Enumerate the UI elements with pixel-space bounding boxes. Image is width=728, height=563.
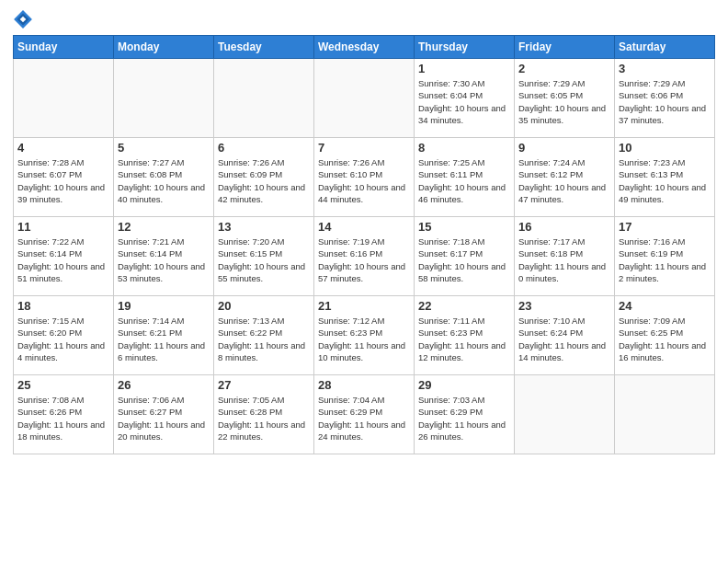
calendar-cell: 11Sunrise: 7:22 AM Sunset: 6:14 PM Dayli… — [14, 217, 114, 296]
calendar-cell: 14Sunrise: 7:19 AM Sunset: 6:16 PM Dayli… — [314, 217, 415, 296]
day-number: 19 — [118, 299, 210, 313]
calendar-header: SundayMondayTuesdayWednesdayThursdayFrid… — [14, 36, 715, 59]
header — [13, 9, 715, 29]
calendar-cell: 27Sunrise: 7:05 AM Sunset: 6:28 PM Dayli… — [214, 375, 314, 454]
day-number: 3 — [619, 62, 711, 75]
day-number: 18 — [17, 299, 109, 313]
calendar-cell: 1Sunrise: 7:30 AM Sunset: 6:04 PM Daylig… — [415, 59, 515, 138]
calendar-week: 1Sunrise: 7:30 AM Sunset: 6:04 PM Daylig… — [14, 59, 715, 138]
day-number: 15 — [418, 220, 510, 234]
day-number: 23 — [518, 299, 610, 313]
calendar-week: 11Sunrise: 7:22 AM Sunset: 6:14 PM Dayli… — [14, 217, 715, 296]
day-number: 22 — [418, 299, 510, 313]
day-number: 6 — [218, 141, 310, 155]
day-number: 9 — [518, 141, 610, 155]
day-number: 16 — [518, 220, 610, 234]
calendar-cell: 22Sunrise: 7:11 AM Sunset: 6:23 PM Dayli… — [415, 296, 515, 375]
calendar-cell: 18Sunrise: 7:15 AM Sunset: 6:20 PM Dayli… — [14, 296, 114, 375]
day-number: 7 — [318, 141, 410, 155]
calendar-cell — [515, 375, 615, 454]
day-info: Sunrise: 7:14 AM Sunset: 6:21 PM Dayligh… — [118, 315, 210, 363]
header-day: Tuesday — [214, 36, 314, 59]
day-info: Sunrise: 7:06 AM Sunset: 6:27 PM Dayligh… — [118, 394, 210, 442]
calendar-cell: 9Sunrise: 7:24 AM Sunset: 6:12 PM Daylig… — [515, 138, 615, 217]
calendar-cell — [114, 59, 214, 138]
header-day: Sunday — [14, 36, 114, 59]
day-info: Sunrise: 7:20 AM Sunset: 6:15 PM Dayligh… — [218, 236, 310, 284]
day-info: Sunrise: 7:08 AM Sunset: 6:26 PM Dayligh… — [17, 394, 109, 442]
header-day: Friday — [515, 36, 615, 59]
page-container: SundayMondayTuesdayWednesdayThursdayFrid… — [0, 0, 728, 563]
day-info: Sunrise: 7:05 AM Sunset: 6:28 PM Dayligh… — [218, 394, 310, 442]
header-day: Wednesday — [314, 36, 415, 59]
day-info: Sunrise: 7:25 AM Sunset: 6:11 PM Dayligh… — [418, 156, 510, 205]
header-row: SundayMondayTuesdayWednesdayThursdayFrid… — [14, 36, 715, 59]
day-info: Sunrise: 7:19 AM Sunset: 6:16 PM Dayligh… — [318, 236, 410, 284]
day-number: 29 — [418, 378, 510, 392]
calendar-cell: 24Sunrise: 7:09 AM Sunset: 6:25 PM Dayli… — [615, 296, 715, 375]
calendar-cell: 8Sunrise: 7:25 AM Sunset: 6:11 PM Daylig… — [415, 138, 515, 217]
day-number: 24 — [619, 299, 711, 313]
calendar-cell — [14, 59, 114, 138]
calendar-week: 4Sunrise: 7:28 AM Sunset: 6:07 PM Daylig… — [14, 138, 715, 217]
day-info: Sunrise: 7:16 AM Sunset: 6:19 PM Dayligh… — [619, 236, 711, 284]
calendar-cell: 12Sunrise: 7:21 AM Sunset: 6:14 PM Dayli… — [114, 217, 214, 296]
calendar-body: 1Sunrise: 7:30 AM Sunset: 6:04 PM Daylig… — [14, 59, 715, 454]
day-info: Sunrise: 7:13 AM Sunset: 6:22 PM Dayligh… — [218, 315, 310, 363]
day-info: Sunrise: 7:15 AM Sunset: 6:20 PM Dayligh… — [17, 315, 109, 363]
day-number: 21 — [318, 299, 410, 313]
calendar-cell: 28Sunrise: 7:04 AM Sunset: 6:29 PM Dayli… — [314, 375, 415, 454]
day-info: Sunrise: 7:04 AM Sunset: 6:29 PM Dayligh… — [318, 394, 410, 442]
calendar-week: 18Sunrise: 7:15 AM Sunset: 6:20 PM Dayli… — [14, 296, 715, 375]
header-day: Monday — [114, 36, 214, 59]
day-number: 27 — [218, 378, 310, 392]
day-info: Sunrise: 7:30 AM Sunset: 6:04 PM Dayligh… — [418, 77, 510, 126]
day-number: 10 — [619, 141, 711, 155]
calendar: SundayMondayTuesdayWednesdayThursdayFrid… — [13, 35, 715, 454]
day-info: Sunrise: 7:28 AM Sunset: 6:07 PM Dayligh… — [17, 156, 109, 205]
calendar-cell: 26Sunrise: 7:06 AM Sunset: 6:27 PM Dayli… — [114, 375, 214, 454]
day-info: Sunrise: 7:24 AM Sunset: 6:12 PM Dayligh… — [518, 156, 610, 205]
day-info: Sunrise: 7:29 AM Sunset: 6:06 PM Dayligh… — [619, 77, 711, 126]
day-info: Sunrise: 7:26 AM Sunset: 6:09 PM Dayligh… — [218, 156, 310, 205]
calendar-cell: 16Sunrise: 7:17 AM Sunset: 6:18 PM Dayli… — [515, 217, 615, 296]
day-info: Sunrise: 7:18 AM Sunset: 6:17 PM Dayligh… — [418, 236, 510, 284]
calendar-cell: 5Sunrise: 7:27 AM Sunset: 6:08 PM Daylig… — [114, 138, 214, 217]
calendar-cell: 29Sunrise: 7:03 AM Sunset: 6:29 PM Dayli… — [415, 375, 515, 454]
day-info: Sunrise: 7:21 AM Sunset: 6:14 PM Dayligh… — [118, 236, 210, 284]
day-info: Sunrise: 7:17 AM Sunset: 6:18 PM Dayligh… — [518, 236, 610, 284]
day-number: 25 — [17, 378, 109, 392]
calendar-cell: 15Sunrise: 7:18 AM Sunset: 6:17 PM Dayli… — [415, 217, 515, 296]
calendar-cell: 20Sunrise: 7:13 AM Sunset: 6:22 PM Dayli… — [214, 296, 314, 375]
calendar-cell: 7Sunrise: 7:26 AM Sunset: 6:10 PM Daylig… — [314, 138, 415, 217]
day-number: 20 — [218, 299, 310, 313]
calendar-cell: 17Sunrise: 7:16 AM Sunset: 6:19 PM Dayli… — [615, 217, 715, 296]
day-number: 2 — [518, 62, 610, 75]
day-info: Sunrise: 7:26 AM Sunset: 6:10 PM Dayligh… — [318, 156, 410, 205]
day-info: Sunrise: 7:11 AM Sunset: 6:23 PM Dayligh… — [418, 315, 510, 363]
day-number: 14 — [318, 220, 410, 234]
calendar-cell: 10Sunrise: 7:23 AM Sunset: 6:13 PM Dayli… — [615, 138, 715, 217]
day-info: Sunrise: 7:23 AM Sunset: 6:13 PM Dayligh… — [619, 156, 711, 205]
calendar-cell — [615, 375, 715, 454]
day-number: 8 — [418, 141, 510, 155]
calendar-cell: 23Sunrise: 7:10 AM Sunset: 6:24 PM Dayli… — [515, 296, 615, 375]
calendar-cell: 4Sunrise: 7:28 AM Sunset: 6:07 PM Daylig… — [14, 138, 114, 217]
day-number: 11 — [17, 220, 109, 234]
calendar-cell: 25Sunrise: 7:08 AM Sunset: 6:26 PM Dayli… — [14, 375, 114, 454]
day-number: 12 — [118, 220, 210, 234]
calendar-cell: 3Sunrise: 7:29 AM Sunset: 6:06 PM Daylig… — [615, 59, 715, 138]
day-number: 28 — [318, 378, 410, 392]
calendar-cell: 21Sunrise: 7:12 AM Sunset: 6:23 PM Dayli… — [314, 296, 415, 375]
calendar-week: 25Sunrise: 7:08 AM Sunset: 6:26 PM Dayli… — [14, 375, 715, 454]
day-number: 1 — [418, 62, 510, 75]
day-number: 13 — [218, 220, 310, 234]
calendar-cell: 6Sunrise: 7:26 AM Sunset: 6:09 PM Daylig… — [214, 138, 314, 217]
day-info: Sunrise: 7:09 AM Sunset: 6:25 PM Dayligh… — [619, 315, 711, 363]
day-info: Sunrise: 7:29 AM Sunset: 6:05 PM Dayligh… — [518, 77, 610, 126]
day-info: Sunrise: 7:12 AM Sunset: 6:23 PM Dayligh… — [318, 315, 410, 363]
calendar-cell: 19Sunrise: 7:14 AM Sunset: 6:21 PM Dayli… — [114, 296, 214, 375]
day-number: 26 — [118, 378, 210, 392]
calendar-cell — [314, 59, 415, 138]
logo — [13, 9, 37, 29]
